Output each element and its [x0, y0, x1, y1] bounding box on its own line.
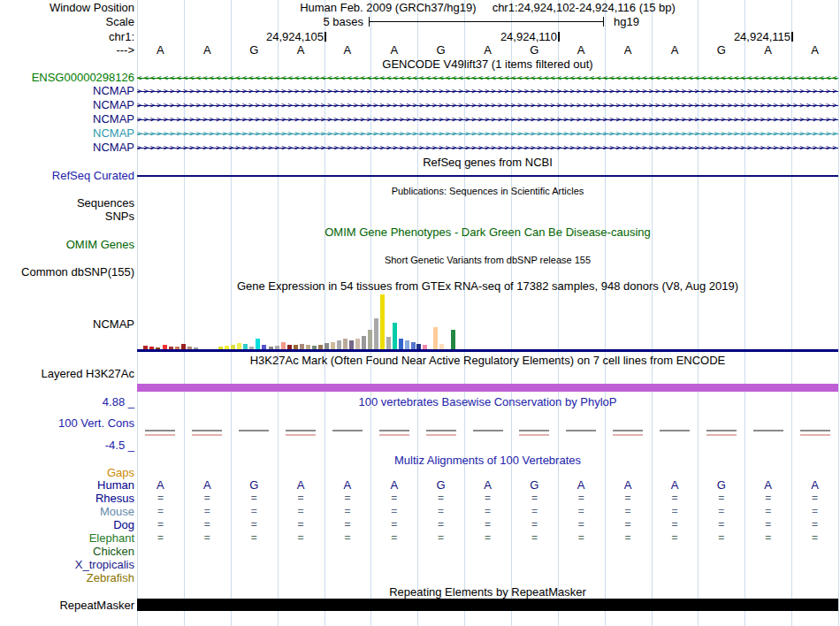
- alignment-match-mouse: =: [385, 506, 403, 517]
- phylop-positive-mark: [753, 430, 783, 431]
- gene-item-ncmap[interactable]: >>>>>>>>>>>>>>>>>>>>>>>>>>>>>>>>>>>>>>>>…: [137, 86, 838, 97]
- gtex-tissue-bar: [411, 342, 416, 349]
- species-label-chicken[interactable]: Chicken: [0, 546, 134, 558]
- ruler-base: A: [478, 44, 497, 56]
- gtex-tissue-bar: [368, 330, 372, 349]
- species-label-x-tropicalis[interactable]: X_tropicalis: [0, 559, 134, 571]
- gtex-tissue-bar: [405, 340, 409, 349]
- alignment-match-rhesus: =: [431, 492, 450, 504]
- aligned-base-human: A: [478, 479, 497, 491]
- alignment-match-rhesus: =: [619, 492, 638, 504]
- gtex-tissue-bar: [380, 294, 385, 349]
- gtex-tissue-bar: [343, 339, 347, 349]
- label-strand-direction: --->: [0, 44, 134, 57]
- track-label-layered-h3k27ac[interactable]: Layered H3K27Ac: [0, 368, 134, 380]
- alignment-match-dog: =: [619, 519, 638, 531]
- track-title-omim: OMIM Gene Phenotypes - Dark Green Can Be…: [137, 226, 838, 239]
- alignment-match-dog: =: [712, 519, 730, 531]
- alignment-match-rhesus: =: [245, 492, 263, 504]
- gtex-tissue-bar: [386, 337, 391, 349]
- ruler-base: A: [572, 44, 591, 56]
- track-label-ncmap-4[interactable]: NCMAP: [0, 127, 134, 140]
- gene-item-ncmap[interactable]: >>>>>>>>>>>>>>>>>>>>>>>>>>>>>>>>>>>>>>>>…: [137, 114, 838, 126]
- phylop-positive-mark: [145, 430, 175, 431]
- phylop-positive-mark: [706, 430, 737, 431]
- ruler-base: A: [759, 44, 777, 56]
- alignment-match-elephant: =: [572, 532, 591, 544]
- repeatmasker-bar[interactable]: [137, 599, 838, 611]
- base-gridline: [838, 0, 839, 626]
- assembly-name: hg19: [614, 16, 639, 27]
- species-label-dog[interactable]: Dog: [0, 519, 134, 531]
- phylop-positive-mark: [286, 430, 316, 431]
- track-label-common-dbsnp[interactable]: Common dbSNP(155): [0, 266, 134, 279]
- multiz-row-label-gaps[interactable]: Gaps: [0, 467, 134, 479]
- track-title-multiz: Multiz Alignments of 100 Vertebrates: [137, 454, 838, 467]
- aligned-base-human: A: [338, 479, 356, 491]
- track-label-omim-genes[interactable]: OMIM Genes: [0, 239, 134, 251]
- track-label-gtex-gene[interactable]: NCMAP: [0, 318, 134, 331]
- aligned-base-human: G: [245, 479, 263, 491]
- track-label-ncmap-5[interactable]: NCMAP: [0, 141, 134, 154]
- ruler-base: A: [666, 44, 684, 56]
- label-window-position: Window Position: [0, 2, 134, 14]
- aligned-base-human: A: [806, 479, 824, 491]
- species-label-rhesus[interactable]: Rhesus: [0, 492, 134, 505]
- alignment-match-rhesus: =: [478, 492, 497, 504]
- alignment-match-elephant: =: [198, 532, 217, 544]
- track-label-repeatmasker[interactable]: RepeatMasker: [0, 599, 134, 612]
- alignment-match-elephant: =: [806, 532, 824, 544]
- track-label-ncmap-1[interactable]: NCMAP: [0, 85, 134, 97]
- phylop-negative-mark: [613, 434, 643, 436]
- aligned-base-human: A: [572, 479, 591, 491]
- alignment-match-rhesus: =: [806, 492, 824, 504]
- aligned-base-human: A: [198, 479, 217, 491]
- track-label-ncmap-2[interactable]: NCMAP: [0, 99, 134, 111]
- scale-bar: [369, 17, 604, 27]
- right-strand-arrows: >>>>>>>>>>>>>>>>>>>>>>>>>>>>>>>>>>>>>>>>…: [137, 86, 838, 97]
- aligned-base-human: G: [712, 479, 730, 491]
- alignment-match-mouse: =: [478, 506, 497, 517]
- track-label-snps[interactable]: SNPs: [0, 210, 134, 223]
- alignment-match-rhesus: =: [198, 492, 217, 504]
- species-label-zebrafish[interactable]: Zebrafish: [0, 572, 134, 584]
- gene-item-ncmap[interactable]: >>>>>>>>>>>>>>>>>>>>>>>>>>>>>>>>>>>>>>>>…: [137, 100, 838, 111]
- track-label-ensg00000298126[interactable]: ENSG00000298126: [0, 72, 134, 84]
- species-label-elephant[interactable]: Elephant: [0, 532, 134, 545]
- alignment-match-rhesus: =: [151, 492, 170, 504]
- phylop-min-value: -4.5 _: [0, 439, 134, 452]
- alignment-match-elephant: =: [245, 532, 263, 544]
- alignment-match-mouse: =: [431, 506, 450, 517]
- track-label-refseq-curated[interactable]: RefSeq Curated: [0, 170, 134, 182]
- alignment-match-rhesus: =: [525, 492, 544, 504]
- track-label-100-vert-cons[interactable]: 100 Vert. Cons: [0, 417, 134, 430]
- track-label-sequences[interactable]: Sequences: [0, 197, 134, 210]
- ruler-base: A: [806, 44, 824, 56]
- track-title-phylop: 100 vertebrates Basewise Conservation by…: [137, 396, 838, 408]
- gtex-tissue-bar: [337, 340, 341, 349]
- track-label-ncmap-3[interactable]: NCMAP: [0, 113, 134, 126]
- right-strand-arrows: >>>>>>>>>>>>>>>>>>>>>>>>>>>>>>>>>>>>>>>>…: [137, 128, 838, 140]
- ruler-tick-mark: [558, 32, 560, 42]
- layered-h3k27ac-bar[interactable]: [137, 384, 838, 392]
- phylop-negative-mark: [706, 434, 737, 436]
- gene-item-ncmap[interactable]: >>>>>>>>>>>>>>>>>>>>>>>>>>>>>>>>>>>>>>>>…: [137, 142, 838, 154]
- phylop-positive-mark: [332, 430, 363, 431]
- alignment-match-mouse: =: [666, 506, 684, 517]
- aligned-base-human: A: [292, 479, 310, 491]
- phylop-negative-mark: [800, 434, 830, 436]
- refseq-curated-item[interactable]: [137, 175, 838, 177]
- species-label-mouse[interactable]: Mouse: [0, 506, 134, 518]
- gtex-tissue-bar: [331, 342, 335, 349]
- alignment-match-dog: =: [292, 519, 310, 531]
- alignment-match-dog: =: [525, 519, 544, 531]
- gene-item-ensg00000298126[interactable]: <<<<<<<<<<<<<<<<<<<<<<<<<<<<<<<<<<<<<<<<…: [137, 73, 838, 84]
- left-strand-arrows: <<<<<<<<<<<<<<<<<<<<<<<<<<<<<<<<<<<<<<<<…: [137, 73, 838, 84]
- species-label-human[interactable]: Human: [0, 479, 134, 492]
- gtex-tissue-bar: [451, 330, 455, 349]
- gene-item-ncmap[interactable]: >>>>>>>>>>>>>>>>>>>>>>>>>>>>>>>>>>>>>>>>…: [137, 128, 838, 140]
- ruler-coordinate: 24,924,115: [711, 31, 790, 42]
- gtex-baseline: [137, 349, 838, 352]
- position-range-text: chr1:24,924,102-24,924,116 (15 bp): [493, 2, 676, 14]
- phylop-positive-mark: [379, 430, 409, 431]
